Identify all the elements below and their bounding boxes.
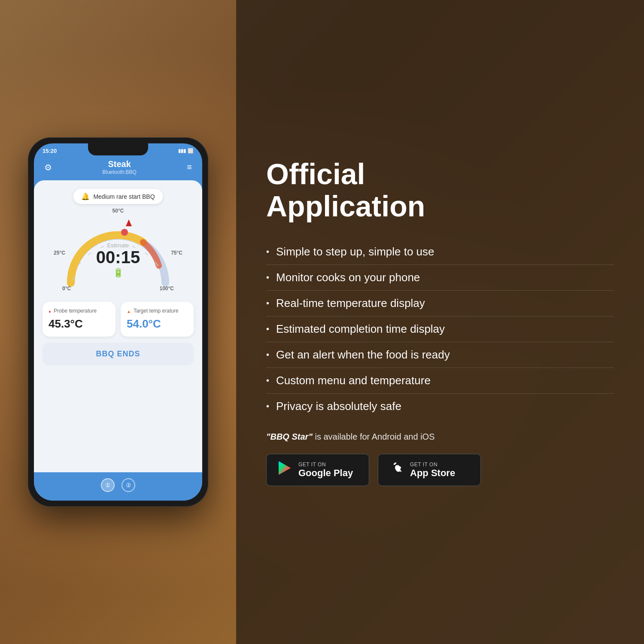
probe-label: Probe temperature bbox=[54, 308, 97, 315]
temp-label-75: 75°C bbox=[171, 250, 182, 256]
signal-icon: ▮▮▮ bbox=[178, 148, 186, 154]
official-title: Official Application bbox=[266, 158, 614, 222]
target-card-header: ▲ Target temp erature bbox=[127, 308, 188, 315]
battery-icon: 🔋 bbox=[96, 267, 140, 278]
status-right: ▮▮▮ ⬜ bbox=[178, 148, 194, 154]
store-buttons: GET IT ON Google Play GET IT ON App Stor… bbox=[266, 454, 614, 486]
left-panel: 15:20 BBQ ▮▮▮ ⬜ ⚙ Steak Bluetooth:BBQ ≡ bbox=[0, 0, 236, 644]
alarm-text: Medium rare start BBQ bbox=[93, 193, 155, 200]
probe-dot: ● bbox=[49, 309, 51, 314]
feature-text-2: Monitor cooks on your phone bbox=[276, 271, 420, 284]
feature-text-3: Real-time temperature display bbox=[276, 297, 425, 310]
feature-text-7: Privacy is absolutely safe bbox=[276, 400, 401, 413]
feature-item: • Monitor cooks on your phone bbox=[266, 265, 614, 291]
feature-text-1: Simple to step up, simple to use bbox=[276, 245, 434, 258]
bullet-7: • bbox=[266, 401, 269, 411]
svg-line-2 bbox=[88, 252, 91, 255]
app-content: 🔔 Medium rare start BBQ bbox=[34, 180, 202, 472]
phone-nav: ① ② bbox=[34, 472, 202, 501]
google-play-button[interactable]: GET IT ON Google Play bbox=[266, 454, 369, 486]
feature-item: • Custom menu and temperature bbox=[266, 368, 614, 394]
temp-label-100: 100°C bbox=[160, 286, 174, 292]
right-panel: Official Application • Simple to step up… bbox=[236, 0, 644, 644]
availability-suffix: is available for Android and iOS bbox=[315, 432, 434, 441]
phone-mockup: 15:20 BBQ ▮▮▮ ⬜ ⚙ Steak Bluetooth:BBQ ≡ bbox=[28, 137, 208, 507]
feature-text-6: Custom menu and temperature bbox=[276, 374, 431, 387]
feature-item: • Get an alert when the food is ready bbox=[266, 342, 614, 368]
temp-label-50: 50°C bbox=[112, 208, 124, 214]
feature-item: • Privacy is absolutely safe bbox=[266, 394, 614, 419]
target-dot: ▲ bbox=[127, 309, 131, 314]
app-store-button[interactable]: GET IT ON App Store bbox=[378, 454, 481, 486]
svg-line-6 bbox=[145, 252, 148, 255]
time-display: 00:15 bbox=[96, 248, 140, 267]
app-store-text: GET IT ON App Store bbox=[410, 462, 455, 479]
svg-marker-10 bbox=[279, 461, 291, 475]
target-label: Target temp erature bbox=[134, 308, 179, 315]
temp-cards: ● Probe temperature 45.3°C ▲ Target temp… bbox=[43, 302, 194, 337]
probe-value: 45.3°C bbox=[49, 317, 109, 331]
app-title-text: Steak bbox=[102, 159, 136, 169]
menu-icon[interactable]: ≡ bbox=[187, 162, 192, 172]
feature-item: • Estimated completion time display bbox=[266, 316, 614, 342]
bell-icon: 🔔 bbox=[81, 192, 90, 200]
google-play-text: GET IT ON Google Play bbox=[298, 462, 353, 479]
probe-card-header: ● Probe temperature bbox=[49, 308, 109, 315]
apple-icon bbox=[389, 461, 404, 480]
phone-screen: 15:20 BBQ ▮▮▮ ⬜ ⚙ Steak Bluetooth:BBQ ≡ bbox=[34, 143, 202, 501]
gauge-container: 0°C 25°C 50°C 75°C 100°C Estimate 00:15 … bbox=[58, 210, 178, 296]
bullet-5: • bbox=[266, 350, 269, 360]
title-line1: Official bbox=[266, 158, 614, 190]
target-value: 54.0°C bbox=[127, 317, 188, 331]
title-line2: Application bbox=[266, 190, 614, 222]
bullet-6: • bbox=[266, 376, 269, 386]
feature-text-5: Get an alert when the food is ready bbox=[276, 348, 450, 361]
svg-marker-9 bbox=[126, 219, 132, 226]
feature-item: • Real-time temperature display bbox=[266, 291, 614, 316]
status-time: 15:20 bbox=[43, 148, 57, 154]
availability-text: "BBQ Star" is available for Android and … bbox=[266, 432, 614, 442]
google-play-name: Google Play bbox=[298, 468, 353, 479]
google-play-icon bbox=[277, 460, 292, 480]
app-subtitle: Bluetooth:BBQ bbox=[102, 169, 136, 175]
bullet-2: • bbox=[266, 273, 269, 283]
gear-icon[interactable]: ⚙ bbox=[44, 162, 52, 173]
feature-list: • Simple to step up, simple to use • Mon… bbox=[266, 239, 614, 419]
bullet-3: • bbox=[266, 298, 269, 308]
phone-notch bbox=[88, 143, 148, 155]
battery-status: ⬜ bbox=[188, 148, 194, 154]
svg-point-8 bbox=[121, 229, 128, 236]
app-name: "BBQ Star" bbox=[266, 432, 313, 441]
bbq-ends-button[interactable]: BBQ ENDS bbox=[43, 343, 194, 365]
app-store-get-it-on: GET IT ON bbox=[410, 462, 455, 468]
feature-text-4: Estimated completion time display bbox=[276, 322, 445, 336]
feature-item: • Simple to step up, simple to use bbox=[266, 239, 614, 265]
bullet-1: • bbox=[266, 247, 269, 257]
probe-card: ● Probe temperature 45.3°C bbox=[43, 302, 115, 337]
app-header: ⚙ Steak Bluetooth:BBQ ≡ bbox=[34, 156, 202, 180]
target-card: ▲ Target temp erature 54.0°C bbox=[121, 302, 194, 337]
bullet-4: • bbox=[266, 324, 269, 334]
nav-dot-2[interactable]: ② bbox=[122, 478, 135, 492]
main-container: 15:20 BBQ ▮▮▮ ⬜ ⚙ Steak Bluetooth:BBQ ≡ bbox=[0, 0, 644, 644]
app-store-name: App Store bbox=[410, 468, 455, 479]
gauge-center: Estimate 00:15 🔋 bbox=[96, 242, 140, 278]
nav-dot-1[interactable]: ① bbox=[101, 478, 115, 492]
alarm-pill: 🔔 Medium rare start BBQ bbox=[73, 189, 162, 204]
google-get-it-on: GET IT ON bbox=[298, 462, 353, 468]
temp-label-25: 25°C bbox=[54, 250, 65, 256]
app-title: Steak Bluetooth:BBQ bbox=[102, 159, 136, 175]
temp-label-0: 0°C bbox=[62, 286, 71, 292]
